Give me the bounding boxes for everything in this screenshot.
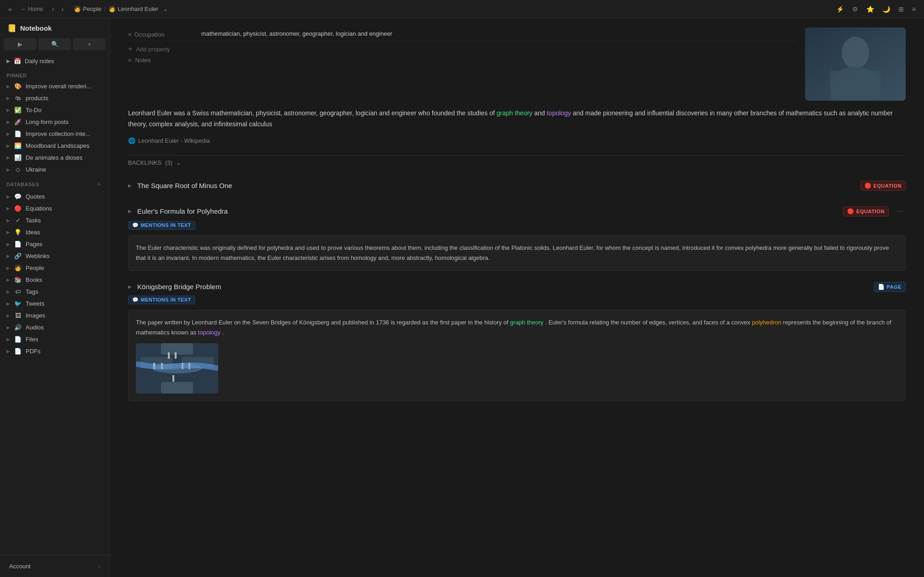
- nav-buttons: ‹ ›: [49, 4, 66, 15]
- daily-notes-emoji: 📅: [14, 58, 21, 65]
- badge-emoji-1: 🔴: [865, 183, 872, 189]
- sidebar-item-ukraine[interactable]: ▶ ◇ Ukraine: [3, 164, 107, 175]
- occupation-icon: ≡: [128, 31, 132, 38]
- sidebar-item-improve-rendering[interactable]: ▶ 🎨 Improve overall renderi...: [3, 81, 107, 92]
- euler-emoji: 🧑: [108, 5, 116, 12]
- badge-label-2: EQUATION: [856, 209, 885, 214]
- breadcrumb-people[interactable]: 🧑 People: [74, 5, 101, 12]
- item-emoji: ◇: [14, 166, 22, 173]
- svg-point-2: [842, 37, 869, 69]
- badge-emoji-3: 📄: [878, 284, 885, 290]
- sidebar-actions: ▶ 🔍 +: [0, 38, 109, 54]
- sidebar: 📒 Notebook ▶ 🔍 + ▶ 📅 Daily notes PINNED …: [0, 18, 110, 577]
- svg-rect-13: [175, 352, 177, 359]
- forward-btn[interactable]: ›: [59, 4, 66, 15]
- item-label: Pages: [26, 241, 101, 248]
- backlink-1-title-text: The Square Root of Minus One: [137, 182, 232, 189]
- item-label: Tags: [26, 288, 101, 295]
- sidebar-item-todo[interactable]: ▶ ✅ To-Do: [3, 104, 107, 116]
- notes-label-row: ≡ Notes: [128, 57, 796, 64]
- equation-badge-1: 🔴 EQUATION: [860, 181, 906, 191]
- sidebar-item-moodboard[interactable]: ▶ 🌅 Moodboard Landscapes: [3, 140, 107, 151]
- sidebar-item-images[interactable]: ▶ 🖼 Images: [3, 310, 107, 321]
- sidebar-item-ideas[interactable]: ▶ 💡 Ideas: [3, 226, 107, 238]
- sidebar-item-daily-notes[interactable]: ▶ 📅 Daily notes: [3, 54, 107, 68]
- databases-label: DATABASES: [6, 182, 39, 187]
- backlink-3-title[interactable]: ▶ Königsberg Bridge Problem: [128, 283, 221, 291]
- home-icon: ←: [21, 6, 27, 12]
- sidebar-item-audios[interactable]: ▶ 🔊 Audios: [3, 322, 107, 333]
- item-label: People: [26, 264, 101, 271]
- svg-rect-9: [161, 382, 193, 394]
- settings-btn[interactable]: ⚙: [849, 4, 861, 15]
- sidebar-item-tweets[interactable]: ▶ 🐦 Tweets: [3, 298, 107, 309]
- dark-mode-btn[interactable]: 🌙: [880, 4, 893, 15]
- sidebar-item-tags[interactable]: ▶ 🏷 Tags: [3, 286, 107, 297]
- item-emoji: ✓: [14, 217, 22, 224]
- backlink-3-excerpt-text: The paper written by Leonhard Euler on t…: [136, 318, 898, 338]
- collapse-sidebar-btn[interactable]: «: [5, 4, 15, 15]
- add-property-label: Add property: [136, 46, 170, 53]
- equation-badge-2: 🔴 EQUATION: [843, 206, 888, 216]
- item-label: Weblinks: [26, 253, 101, 259]
- sidebar-item-files[interactable]: ▶ 📄 Files: [3, 334, 107, 345]
- mentions-icon-2: 💬: [132, 222, 139, 228]
- sidebar-item-tasks[interactable]: ▶ ✓ Tasks: [3, 215, 107, 226]
- svg-rect-14: [182, 363, 183, 369]
- sidebar-item-books[interactable]: ▶ 📚 Books: [3, 274, 107, 286]
- breadcrumb-dropdown-btn[interactable]: ⌄: [161, 5, 170, 13]
- properties-section: ≡ Occupation mathematician, physicist, a…: [128, 27, 796, 101]
- profile-image: [805, 27, 906, 101]
- back-btn[interactable]: ‹: [49, 4, 57, 15]
- backlinks-header[interactable]: BACKLINKS (3) ⌄: [128, 155, 906, 170]
- expand-icon-3: ▶: [128, 284, 132, 289]
- sidebar-item-quotes[interactable]: ▶ 💬 Quotes: [3, 191, 107, 202]
- sidebar-item-weblinks[interactable]: ▶ 🔗 Weblinks: [3, 250, 107, 262]
- mentions-in-text-badge-2: 💬 MENTIONS IN TEXT: [128, 221, 195, 230]
- breadcrumb-euler[interactable]: 🧑 Leonhard Euler: [108, 5, 158, 12]
- expand-icon: ▶: [6, 301, 10, 306]
- item-label: Moodboard Landscapes: [26, 142, 101, 149]
- item-label: Tweets: [26, 300, 101, 307]
- expand-icon: ▶: [6, 119, 10, 124]
- sidebar-item-de-animales[interactable]: ▶ 📊 De animales a dioses: [3, 152, 107, 163]
- more-btn-2[interactable]: ···: [894, 205, 906, 217]
- graph-theory-link-3[interactable]: graph theory: [510, 319, 543, 326]
- sidebar-item-pdfs[interactable]: ▶ 📄 PDFs: [3, 345, 107, 357]
- add-database-btn[interactable]: +: [95, 180, 103, 189]
- lightning-btn[interactable]: ⚡: [833, 4, 847, 15]
- search-btn[interactable]: 🔍: [38, 38, 71, 50]
- layout-btn[interactable]: ⊞: [896, 4, 907, 15]
- backlink-1-title[interactable]: ▶ The Square Root of Minus One: [128, 182, 232, 189]
- item-emoji: 📊: [14, 154, 22, 161]
- item-label: Books: [26, 276, 101, 283]
- play-btn[interactable]: ▶: [4, 38, 37, 50]
- topology-link-3[interactable]: topology: [198, 329, 220, 336]
- svg-rect-16: [172, 375, 174, 382]
- expand-icon: ▶: [6, 289, 10, 294]
- sidebar-item-equations[interactable]: ▶ 🔴 Equations: [3, 203, 107, 214]
- backlink-title-row-3: ▶ Königsberg Bridge Problem 📄 PAGE: [128, 278, 906, 296]
- add-btn[interactable]: +: [73, 38, 106, 50]
- sidebar-item-longform[interactable]: ▶ 🚀 Long-form posts: [3, 116, 107, 128]
- item-emoji: 📄: [14, 336, 22, 343]
- sidebar-item-pages[interactable]: ▶ 📄 Pages: [3, 238, 107, 250]
- backlink-2-title[interactable]: ▶ Euler's Formula for Polyhedra: [128, 207, 228, 215]
- sidebar-item-people[interactable]: ▶ 🧑 People: [3, 262, 107, 274]
- svg-rect-4: [830, 71, 881, 101]
- top-bar-right: ⚡ ⚙ ⭐ 🌙 ⊞ ≡: [833, 4, 919, 15]
- home-btn[interactable]: ← Home: [18, 4, 46, 14]
- item-emoji: ✅: [14, 107, 22, 113]
- menu-btn[interactable]: ≡: [909, 4, 919, 15]
- daily-notes-icon: ▶: [6, 58, 10, 64]
- item-emoji: 🔊: [14, 324, 22, 331]
- star-btn[interactable]: ⭐: [864, 4, 877, 15]
- add-property-row[interactable]: + Add property: [128, 41, 796, 57]
- sidebar-item-products[interactable]: ▶ 🛍 products: [3, 92, 107, 104]
- item-emoji: 🧑: [14, 264, 22, 271]
- account-item[interactable]: Account ›: [5, 560, 104, 572]
- sidebar-item-improve-collection[interactable]: ▶ 📄 Improve collection-Inte...: [3, 128, 107, 140]
- topology-link[interactable]: topology: [547, 109, 571, 117]
- graph-theory-link[interactable]: graph theory: [496, 109, 532, 117]
- wiki-link[interactable]: 🌐 Leonhard Euler - Wikipedia: [128, 137, 906, 144]
